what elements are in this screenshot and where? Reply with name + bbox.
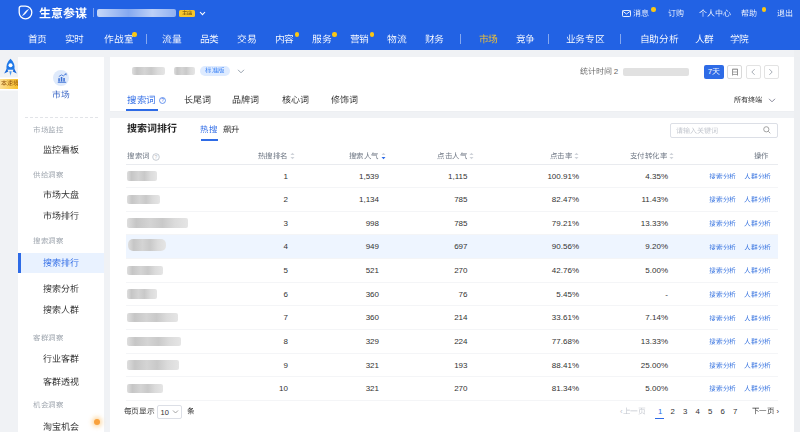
svg-text:?: ?: [161, 98, 164, 103]
svg-text:?: ?: [154, 154, 157, 160]
